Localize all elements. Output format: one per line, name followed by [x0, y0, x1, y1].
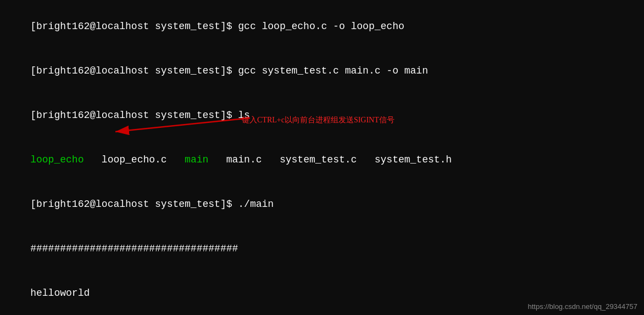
helloworld-1: helloworld	[30, 288, 90, 299]
terminal-line-1: [bright162@localhost system_test]$ gcc l…	[7, 4, 637, 49]
ls-rest-1: loop_echo.c	[84, 154, 185, 165]
watermark: https://blog.csdn.net/qq_29344757	[528, 302, 638, 311]
cmd-5: ./main	[238, 199, 274, 210]
terminal-line-2: [bright162@localhost system_test]$ gcc s…	[7, 49, 637, 93]
cmd-1: gcc loop_echo.c -o loop_echo	[238, 21, 404, 32]
annotation-text: 键入CTRL+c以向前台进程组发送SIGINT信号	[242, 115, 395, 125]
terminal-line-6: ###################################	[7, 227, 637, 271]
exec-main: main	[185, 154, 208, 165]
ls-rest-2: main.c system_test.c system_test.h	[208, 154, 452, 165]
terminal-line-4: loop_echo loop_echo.c main main.c system…	[7, 138, 637, 182]
terminal: [bright162@localhost system_test]$ gcc l…	[0, 0, 644, 315]
prompt-2: [bright162@localhost system_test]$	[30, 65, 238, 76]
prompt-3: [bright162@localhost system_test]$	[30, 110, 238, 121]
prompt-1: [bright162@localhost system_test]$	[30, 21, 238, 32]
cmd-2: gcc system_test.c main.c -o main	[238, 65, 428, 76]
prompt-5: [bright162@localhost system_test]$	[30, 199, 238, 210]
exec-loop_echo: loop_echo	[30, 154, 84, 165]
hash-line: ###################################	[30, 243, 238, 254]
terminal-line-5: [bright162@localhost system_test]$ ./mai…	[7, 182, 637, 227]
